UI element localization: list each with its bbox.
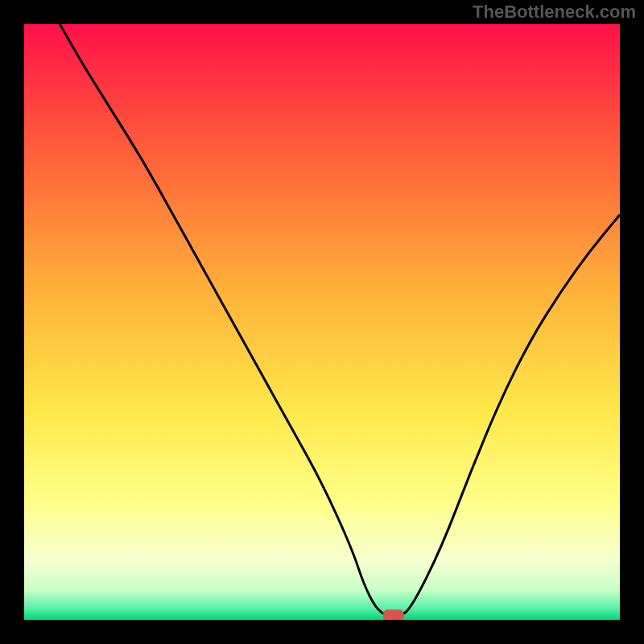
watermark-text: TheBottleneck.com	[473, 2, 636, 23]
chart-svg	[24, 24, 620, 620]
chart-frame: TheBottleneck.com	[0, 0, 644, 644]
optimal-marker	[383, 609, 404, 620]
plot-area	[24, 24, 620, 620]
